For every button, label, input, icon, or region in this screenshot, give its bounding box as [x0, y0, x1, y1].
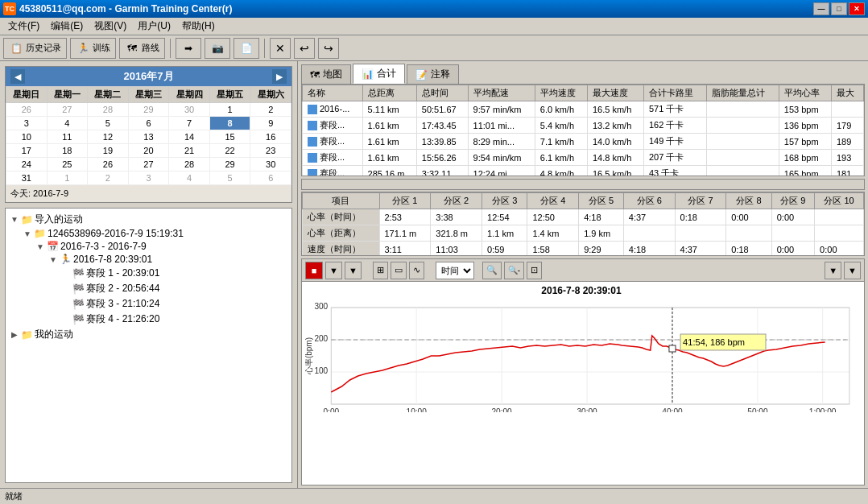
- chart-right-btn1[interactable]: ▼: [825, 262, 841, 279]
- table-row[interactable]: 赛段...285.16 m3:32.1112:24 mi...4.8 km/h1…: [303, 166, 864, 177]
- tree-item[interactable]: ▶📁我的运动: [9, 327, 288, 342]
- redo-button[interactable]: ↪: [318, 38, 339, 59]
- calendar-day[interactable]: 26: [6, 103, 48, 117]
- calendar-day[interactable]: 22: [209, 144, 250, 158]
- calendar-day[interactable]: 27: [128, 158, 169, 171]
- calendar-day[interactable]: 9: [250, 117, 291, 130]
- chart-type-select[interactable]: 时间 距离: [436, 262, 474, 279]
- summary-scrollbar[interactable]: [301, 179, 865, 190]
- close-button[interactable]: ✕: [849, 2, 865, 15]
- table-cell: 149 千卡: [643, 134, 706, 150]
- history-button[interactable]: 📋 历史记录: [3, 38, 67, 59]
- calendar-day[interactable]: 1: [209, 103, 250, 117]
- menu-file[interactable]: 文件(F): [3, 18, 44, 35]
- calendar-day[interactable]: 29: [209, 158, 250, 171]
- camera-button[interactable]: 📷: [205, 38, 230, 59]
- menu-edit[interactable]: 编辑(E): [46, 18, 88, 35]
- calendar-day[interactable]: 3: [128, 171, 169, 185]
- table-cell: 3:32.11: [416, 166, 468, 177]
- calendar-day[interactable]: 30: [250, 158, 291, 171]
- calendar-day[interactable]: 5: [209, 171, 250, 185]
- chart-fit-button[interactable]: ⊡: [527, 262, 542, 279]
- calendar-day[interactable]: 4: [47, 117, 88, 130]
- delete-button[interactable]: ✕: [270, 38, 291, 59]
- split-col-header: 分区 8: [726, 193, 771, 209]
- tab-map[interactable]: 🗺 地图: [301, 64, 351, 84]
- table-row[interactable]: 2016-...5.11 km50:51.679:57 min/km6.0 km…: [303, 101, 864, 118]
- calendar-day[interactable]: 6: [128, 117, 169, 130]
- menu-user[interactable]: 用户(U): [133, 18, 176, 35]
- calendar-day[interactable]: 12: [88, 130, 129, 144]
- tab-summary[interactable]: 📊 合计: [353, 64, 405, 84]
- maximize-button[interactable]: □: [831, 2, 847, 15]
- calendar-day[interactable]: 2: [250, 103, 291, 117]
- calendar-next-button[interactable]: ▶: [272, 69, 287, 84]
- calendar-day[interactable]: 8: [209, 117, 250, 130]
- calendar-day[interactable]: 1: [47, 171, 88, 185]
- chart-line-button[interactable]: ▭: [391, 262, 407, 279]
- table-row[interactable]: 赛段...1.61 km13:39.858:29 min...7.1 km/h1…: [303, 134, 864, 150]
- calendar-day[interactable]: 21: [169, 144, 210, 158]
- calendar-day[interactable]: 23: [250, 144, 291, 158]
- chart-zoom-in-button[interactable]: 🔍: [482, 262, 502, 279]
- calendar-day[interactable]: 20: [128, 144, 169, 158]
- calendar-day[interactable]: 16: [250, 130, 291, 144]
- doc-button[interactable]: 📄: [234, 38, 259, 59]
- training-button[interactable]: 🏃 训练: [70, 38, 116, 59]
- table-cell: 赛段...: [303, 150, 363, 166]
- transfer-button[interactable]: ➡: [176, 38, 201, 59]
- route-button[interactable]: 🗺 路线: [119, 38, 165, 59]
- undo-button[interactable]: ↩: [294, 38, 315, 59]
- calendar-day[interactable]: 25: [47, 158, 88, 171]
- calendar-day[interactable]: 30: [169, 103, 210, 117]
- chart-right-btn2[interactable]: ▼: [844, 262, 861, 279]
- table-row[interactable]: 赛段...1.61 km15:56.269:54 min/km6.1 km/h1…: [303, 150, 864, 166]
- calendar-day[interactable]: 3: [6, 117, 48, 130]
- minimize-button[interactable]: —: [813, 2, 829, 15]
- tree-item[interactable]: 🏁赛段 2 - 20:56:44: [9, 281, 288, 296]
- calendar-day[interactable]: 29: [128, 103, 169, 117]
- chart-drop1-button[interactable]: ▼: [325, 262, 342, 279]
- tree-item[interactable]: 🏁赛段 4 - 21:26:20: [9, 312, 288, 327]
- tree-item[interactable]: ▼📅2016-7-3 - 2016-7-9: [9, 240, 288, 253]
- chart-color-button[interactable]: ■: [305, 262, 323, 279]
- calendar-prev-button[interactable]: ◀: [10, 69, 25, 84]
- calendar-day[interactable]: 15: [209, 130, 250, 144]
- chart-drop2-button[interactable]: ▼: [345, 262, 362, 279]
- calendar-day[interactable]: 26: [88, 158, 129, 171]
- calendar-day[interactable]: 13: [128, 130, 169, 144]
- split-cell: 0:00: [726, 209, 771, 225]
- calendar-day[interactable]: 28: [88, 103, 129, 117]
- chart-toolbar: ■ ▼ ▼ ⊞ ▭ ∿ 时间 距离 🔍 🔍- ⊡ ▼ ▼: [302, 259, 864, 282]
- app-icon: TC: [3, 2, 16, 15]
- tree-item[interactable]: 🏁赛段 3 - 21:10:24: [9, 296, 288, 312]
- tree-item[interactable]: ▼📁1246538969-2016-7-9 15:19:31: [9, 227, 288, 240]
- calendar-day[interactable]: 24: [6, 158, 48, 171]
- tree-item[interactable]: ▼📁导入的运动: [9, 212, 288, 227]
- menu-help[interactable]: 帮助(H): [177, 18, 220, 35]
- calendar-day[interactable]: 31: [6, 171, 48, 185]
- calendar-day[interactable]: 17: [6, 144, 48, 158]
- calendar-day[interactable]: 11: [47, 130, 88, 144]
- calendar-day[interactable]: 14: [169, 130, 210, 144]
- calendar-day[interactable]: 2: [88, 171, 129, 185]
- menu-view[interactable]: 视图(V): [89, 18, 131, 35]
- tree-item[interactable]: ▼🏃2016-7-8 20:39:01: [9, 253, 288, 266]
- calendar-day[interactable]: 18: [47, 144, 88, 158]
- chart-curve-button[interactable]: ∿: [409, 262, 424, 279]
- calendar-day[interactable]: 6: [250, 171, 291, 185]
- calendar-day[interactable]: 7: [169, 117, 210, 130]
- table-cell: 153 bpm: [779, 101, 831, 118]
- chart-grid-button[interactable]: ⊞: [373, 262, 388, 279]
- tree-item[interactable]: 🏁赛段 1 - 20:39:01: [9, 266, 288, 281]
- calendar-day[interactable]: 27: [47, 103, 88, 117]
- tab-notes[interactable]: 📝 注释: [407, 64, 459, 84]
- calendar-day[interactable]: 10: [6, 130, 48, 144]
- split-col-header: 分区 2: [431, 193, 482, 209]
- table-row[interactable]: 赛段...1.61 km17:43.4511:01 mi...5.4 km/h1…: [303, 118, 864, 134]
- calendar-day[interactable]: 4: [169, 171, 210, 185]
- calendar-day[interactable]: 28: [169, 158, 210, 171]
- chart-zoom-out-button[interactable]: 🔍-: [504, 262, 524, 279]
- calendar-day[interactable]: 5: [88, 117, 129, 130]
- calendar-day[interactable]: 19: [88, 144, 129, 158]
